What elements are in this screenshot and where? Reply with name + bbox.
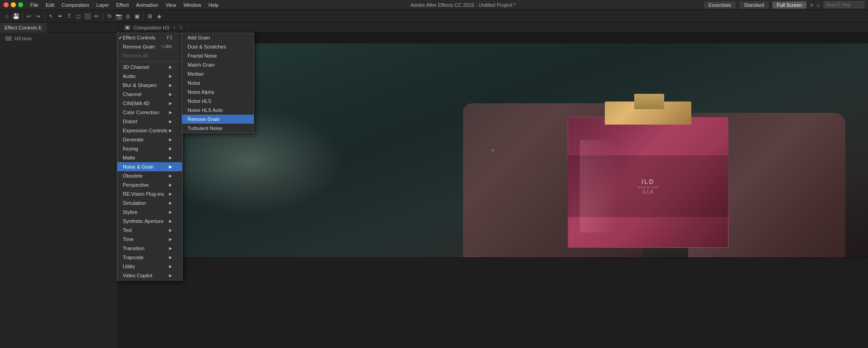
sub-noise[interactable]: Noise xyxy=(182,78,254,87)
ctx-obsolete[interactable]: Obsolete ▶ xyxy=(117,171,182,180)
ctx-matte[interactable]: Matte ▶ xyxy=(117,153,182,162)
shape-icon[interactable]: ◻ xyxy=(74,12,82,20)
menu-window[interactable]: Window xyxy=(180,0,205,10)
ctx-expression-controls[interactable]: Expression Controls ▶ xyxy=(117,126,182,135)
menu-composition[interactable]: Composition xyxy=(58,0,93,10)
camera-icon[interactable]: 📷 xyxy=(115,12,123,20)
ctx-3d-channel[interactable]: 3D Channel ▶ xyxy=(117,63,182,72)
toolbar-sep-4 xyxy=(143,13,144,20)
context-menu: ✓ Effect Controls F3 Remove Grain ⌥⌘E Re… xyxy=(117,33,183,280)
ctx-text[interactable]: Text ▶ xyxy=(117,226,182,235)
ctx-matte-arrow: ▶ xyxy=(169,155,172,160)
save-icon[interactable]: 💾 xyxy=(12,12,20,20)
sub-fractal-noise[interactable]: Fractal Noise xyxy=(182,51,254,60)
paint-icon[interactable]: ✏ xyxy=(92,12,101,20)
hands-area: ILD AGASCAR ILLA xyxy=(418,65,868,257)
minimize-button[interactable] xyxy=(11,2,16,7)
sub-remove-grain[interactable]: Remove Grain xyxy=(182,115,254,124)
sub-match-grain[interactable]: Match Grain xyxy=(182,60,254,69)
ctx-color-correction[interactable]: Color Correction ▶ xyxy=(117,108,182,117)
menu-animation[interactable]: Animation xyxy=(132,0,162,10)
adjust-icon[interactable]: ▣ xyxy=(133,12,141,20)
menu-file[interactable]: File xyxy=(27,0,42,10)
ctx-audio[interactable]: Audio ▶ xyxy=(117,72,182,81)
ctx-synthetic-arrow: ▶ xyxy=(169,219,172,223)
pen-icon[interactable]: ✒ xyxy=(56,12,64,20)
ctx-cinema4d-label: CINEMA 4D xyxy=(123,101,149,106)
workspace-standard[interactable]: Standard xyxy=(739,1,769,9)
rotate-icon[interactable]: ↻ xyxy=(106,12,114,20)
undo-icon[interactable]: ↩ xyxy=(25,12,33,20)
magnify-icon[interactable]: ⌕ xyxy=(817,2,820,8)
workspace-fullscreen[interactable]: Full Screen xyxy=(772,1,807,9)
ctx-trapcode[interactable]: Trapcode ▶ xyxy=(117,253,182,262)
type-icon[interactable]: T xyxy=(65,12,73,20)
ctx-noise-grain-arrow: ▶ xyxy=(169,164,172,169)
ctx-perspective[interactable]: Perspective ▶ xyxy=(117,180,182,189)
ctx-transition[interactable]: Transition ▶ xyxy=(117,244,182,253)
os-window-controls[interactable] xyxy=(4,2,23,7)
ctx-obsolete-arrow: ▶ xyxy=(169,174,172,178)
menu-effect[interactable]: Effect xyxy=(112,0,132,10)
sub-noise-alpha[interactable]: Noise Alpha xyxy=(182,87,254,97)
ctx-obsolete-label: Obsolete xyxy=(123,173,143,179)
snap-icon[interactable]: ⊞ xyxy=(146,12,154,20)
close-button[interactable] xyxy=(4,2,9,7)
ctx-utility-arrow: ▶ xyxy=(169,264,172,269)
sub-noise-hls-auto[interactable]: Noise HLS Auto xyxy=(182,106,254,115)
ctx-synthetic-aperture[interactable]: Synthetic Aperture ▶ xyxy=(117,217,182,226)
ctx-revision-plugins[interactable]: RE:Vision Plug-ins ▶ xyxy=(117,189,182,198)
close-x-icon[interactable]: ✕ xyxy=(173,25,176,30)
ctx-transition-arrow: ▶ xyxy=(169,246,172,251)
select-icon[interactable]: ↖ xyxy=(47,12,55,20)
comp-tab-menu-icon[interactable]: ☰ xyxy=(179,25,183,30)
null-icon[interactable]: ◎ xyxy=(124,12,132,20)
ctx-effect-controls[interactable]: ✓ Effect Controls F3 xyxy=(117,33,182,42)
ctx-remove-all-label: Remove All xyxy=(123,53,148,58)
ctx-simulation-arrow: ▶ xyxy=(169,201,172,205)
sub-turbulent-noise[interactable]: Turbulent Noise xyxy=(182,124,254,133)
maximize-button[interactable] xyxy=(18,2,23,7)
menu-help[interactable]: Help xyxy=(205,0,222,10)
ctx-blur-sharpen[interactable]: Blur & Sharpen ▶ xyxy=(117,81,182,90)
search-input[interactable] xyxy=(824,1,864,8)
ctx-blur-arrow: ▶ xyxy=(169,83,172,87)
menu-edit[interactable]: Edit xyxy=(42,0,58,10)
project-file-item[interactable]: H3.mov xyxy=(0,34,117,43)
ctx-generate[interactable]: Generate ▶ xyxy=(117,135,182,144)
ctx-utility[interactable]: Utility ▶ xyxy=(117,262,182,271)
ctx-channel[interactable]: Channel ▶ xyxy=(117,90,182,99)
menu-view[interactable]: View xyxy=(162,0,180,10)
menu-layer[interactable]: Layer xyxy=(93,0,113,10)
ctx-distort[interactable]: Distort ▶ xyxy=(117,117,182,126)
ctx-video-copilot[interactable]: Video Copilot ▶ xyxy=(117,271,182,280)
sub-match-grain-label: Match Grain xyxy=(188,62,215,68)
sub-dust-scratches[interactable]: Dust & Scratches xyxy=(182,42,254,51)
check-mark: ✓ xyxy=(119,35,122,40)
ctx-3d-arrow: ▶ xyxy=(169,65,172,69)
left-panel: H3.mov xyxy=(0,33,118,348)
eraser-icon[interactable]: ⬛ xyxy=(83,12,92,20)
ctx-stylize[interactable]: Stylize ▶ xyxy=(117,208,182,217)
ctx-cinema4d[interactable]: CINEMA 4D ▶ xyxy=(117,99,182,108)
comp-tab-icons: ▣ xyxy=(125,25,130,30)
ctx-remove-grain-top[interactable]: Remove Grain ⌥⌘E xyxy=(117,42,182,51)
mask-icon[interactable]: ◈ xyxy=(155,12,163,20)
ctx-keying[interactable]: Keying ▶ xyxy=(117,144,182,153)
expand-icon[interactable]: » xyxy=(810,2,813,8)
sub-add-grain[interactable]: Add Grain xyxy=(182,33,254,42)
sub-noise-hls[interactable]: Noise HLS xyxy=(182,97,254,106)
ctx-simulation[interactable]: Simulation ▶ xyxy=(117,198,182,208)
toolbar-left-icons: ⌂ 💾 ↩ ↪ ↖ ✒ T ◻ ⬛ ✏ ↻ 📷 ◎ ▣ ⊞ ◈ xyxy=(3,12,163,20)
home-icon[interactable]: ⌂ xyxy=(3,12,11,20)
ctx-noise-grain[interactable]: Noise & Grain ▶ xyxy=(117,162,182,171)
ctx-remove-grain-shortcut: ⌥⌘E xyxy=(161,44,172,49)
ctx-matte-label: Matte xyxy=(123,155,135,160)
ctx-time[interactable]: Time ▶ xyxy=(117,235,182,244)
sub-median[interactable]: Median xyxy=(182,69,254,78)
tab-composition-h3[interactable]: ▣ Composition H3 ✕ ☰ xyxy=(120,23,188,33)
redo-icon[interactable]: ↪ xyxy=(34,12,42,20)
workspace-essentials[interactable]: Essentials xyxy=(704,1,736,9)
ctx-channel-label: Channel xyxy=(123,92,141,97)
tab-effect-controls[interactable]: Effect Controls E xyxy=(0,23,47,33)
